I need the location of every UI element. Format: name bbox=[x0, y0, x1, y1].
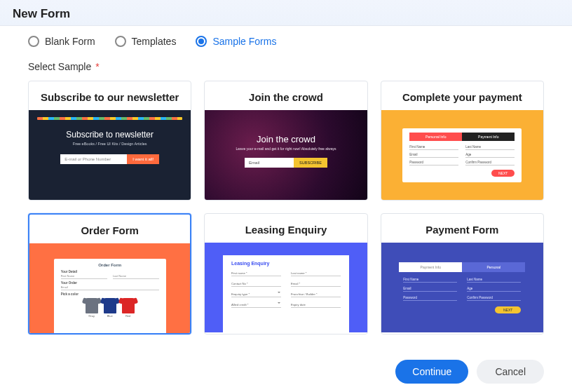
thumb-field: Allied credit * bbox=[231, 303, 281, 308]
thumb-heading: Leasing Enquiry bbox=[231, 261, 341, 266]
thumb-field: Confirm Password bbox=[467, 296, 521, 301]
sample-card-order-form[interactable]: Order Form Order Form Your Detail First … bbox=[28, 213, 191, 334]
sample-card-crowd[interactable]: Join the crowd Join the crowd Leave your… bbox=[204, 81, 367, 201]
thumb-panel: Payment Info Personal First Name Last Na… bbox=[399, 262, 525, 313]
thumb-cta: I want it all! bbox=[127, 154, 159, 164]
thumb-panel: Order Form Your Detail First Name Last N… bbox=[54, 259, 166, 333]
card-title: Payment Form bbox=[381, 214, 543, 243]
thumb-field: Email bbox=[403, 287, 457, 292]
thumb-section: Pick a color bbox=[61, 292, 159, 296]
thumb-field: Age bbox=[467, 287, 521, 292]
select-sample-label: Select Sample * bbox=[28, 61, 544, 72]
thumb-field: Last Name bbox=[465, 145, 515, 150]
radio-icon bbox=[28, 36, 39, 47]
thumb-panel: Personal Info Payment Info First Name La… bbox=[402, 128, 522, 182]
continue-button[interactable]: Continue bbox=[395, 360, 468, 384]
dialog-title: New Form bbox=[13, 7, 559, 21]
thumb-fields: First Name Last Name Email Age Password … bbox=[399, 272, 525, 301]
thumb-cap: Red bbox=[122, 314, 135, 318]
sample-grid: Subscribe to our newsletter Subscribe to… bbox=[28, 81, 544, 334]
radio-label: Sample Forms bbox=[212, 36, 276, 47]
thumb-color-options: Gray Blue Red bbox=[61, 298, 159, 318]
card-title: Leasing Enquiry bbox=[205, 214, 367, 243]
required-indicator: * bbox=[95, 61, 99, 72]
thumb-sub: Free eBooks / Free UI Kits / Design Arti… bbox=[29, 142, 191, 146]
cancel-button[interactable]: Cancel bbox=[477, 360, 544, 384]
thumb-field: Age bbox=[465, 153, 515, 158]
card-title: Complete your payment bbox=[381, 81, 543, 110]
thumb-sub: Leave your e-mail and get it for right n… bbox=[205, 147, 367, 151]
card-thumbnail: Subscribe to newsletter Free eBooks / Fr… bbox=[29, 110, 191, 200]
thumb-field: Franchise / Builder * bbox=[291, 292, 341, 297]
thumb-tab-b: Personal bbox=[462, 262, 525, 272]
label-text: Select Sample bbox=[28, 61, 91, 72]
thumb-cta: SUBSCRIBE bbox=[294, 158, 327, 168]
thumb-field: First Name bbox=[403, 278, 457, 283]
thumb-input: E-mail or Phone Number bbox=[60, 154, 127, 164]
card-thumbnail: Leasing Enquiry First name * Last name *… bbox=[205, 243, 367, 332]
thumb-field: Last Name bbox=[467, 278, 521, 283]
radio-icon bbox=[115, 36, 126, 47]
thumb-field: Enquiry type * bbox=[231, 292, 281, 297]
thumb-field: Expiry date bbox=[291, 303, 341, 308]
thumb-field: Contact No * bbox=[231, 282, 281, 287]
thumb-tab-a: Payment Info bbox=[399, 262, 462, 272]
thumb-input-row: E-mail or Phone Number I want it all! bbox=[29, 154, 191, 164]
thumb-heading: Join the crowd bbox=[205, 134, 367, 144]
radio-label: Templates bbox=[132, 36, 177, 47]
thumb-next: NEXT bbox=[491, 170, 515, 177]
thumb-field: First Name bbox=[409, 145, 458, 150]
sample-card-payment-form[interactable]: Payment Form Payment Info Personal First… bbox=[381, 213, 544, 334]
thumb-field: Email bbox=[409, 153, 458, 158]
card-thumbnail: Join the crowd Leave your e-mail and get… bbox=[205, 110, 367, 200]
thumb-fields: First Name Last Name Email Age Password … bbox=[409, 145, 515, 165]
thumb-field: First Name bbox=[61, 273, 107, 279]
thumb-panel: Leasing Enquiry First name * Last name *… bbox=[223, 255, 349, 332]
thumb-tab-payment: Payment Info bbox=[462, 133, 515, 141]
card-thumbnail: Order Form Your Detail First Name Last N… bbox=[29, 243, 190, 333]
thumb-field: Password bbox=[403, 296, 457, 301]
radio-icon bbox=[196, 36, 207, 47]
dialog-header: New Form bbox=[0, 0, 572, 26]
thumb-cap: Gray bbox=[86, 314, 98, 318]
radio-templates[interactable]: Templates bbox=[115, 36, 177, 47]
card-title: Subscribe to our newsletter bbox=[29, 81, 191, 110]
card-title: Join the crowd bbox=[205, 81, 367, 110]
shirt-icon bbox=[104, 298, 116, 313]
radio-sample-forms[interactable]: Sample Forms bbox=[196, 36, 276, 47]
thumb-input: Email bbox=[245, 158, 294, 168]
thumb-field: Last Name bbox=[113, 273, 159, 279]
thumb-field: Last name * bbox=[291, 271, 341, 276]
thumb-next: NEXT bbox=[495, 306, 521, 313]
sample-card-newsletter[interactable]: Subscribe to our newsletter Subscribe to… bbox=[28, 81, 191, 201]
thumb-tab-personal: Personal Info bbox=[409, 133, 462, 141]
thumb-tabs: Personal Info Payment Info bbox=[409, 133, 515, 141]
sample-card-leasing-enquiry[interactable]: Leasing Enquiry Leasing Enquiry First na… bbox=[204, 213, 367, 334]
radio-blank-form[interactable]: Blank Form bbox=[28, 36, 95, 47]
dialog-footer: Continue Cancel bbox=[0, 349, 572, 386]
thumb-field: First name * bbox=[231, 271, 281, 276]
thumb-tabs: Payment Info Personal bbox=[399, 262, 525, 272]
thumb-heading: Order Form bbox=[61, 263, 159, 267]
radio-label: Blank Form bbox=[45, 36, 95, 47]
thumb-field: Confirm Password bbox=[465, 161, 515, 165]
thumb-cap: Blue bbox=[104, 314, 116, 318]
sample-card-complete-payment[interactable]: Complete your payment Personal Info Paym… bbox=[381, 81, 544, 201]
thumb-heading: Subscribe to newsletter bbox=[29, 130, 191, 140]
dialog-body: Blank Form Templates Sample Forms Select… bbox=[0, 26, 572, 349]
thumb-field: Email * bbox=[291, 282, 341, 287]
shirt-icon bbox=[122, 298, 135, 313]
card-thumbnail: Payment Info Personal First Name Last Na… bbox=[381, 243, 543, 332]
shirt-icon bbox=[86, 298, 98, 313]
decorative-stripe bbox=[37, 117, 182, 120]
card-title: Order Form bbox=[29, 215, 190, 243]
card-thumbnail: Personal Info Payment Info First Name La… bbox=[381, 110, 543, 200]
thumb-field: Email bbox=[61, 285, 159, 290]
thumb-field: Password bbox=[409, 161, 458, 165]
thumb-input-row: Email SUBSCRIBE bbox=[205, 158, 367, 168]
form-type-radio-group: Blank Form Templates Sample Forms bbox=[28, 36, 544, 47]
